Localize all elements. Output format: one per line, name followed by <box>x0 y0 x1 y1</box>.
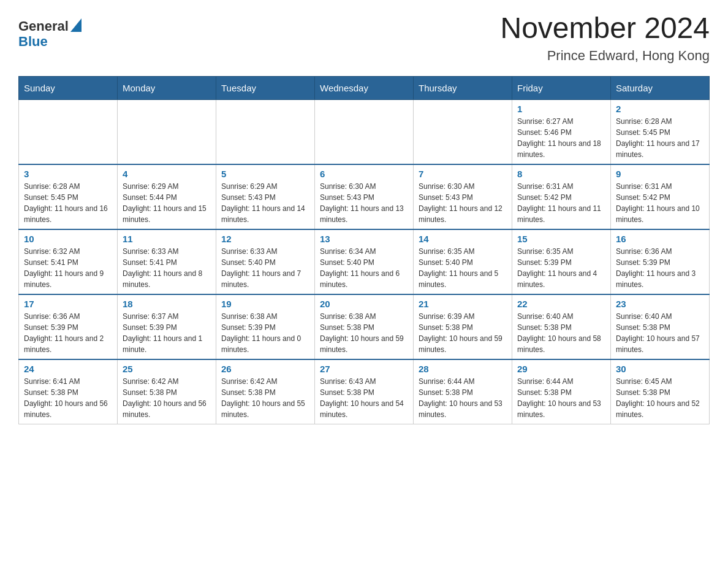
day-info: Sunrise: 6:30 AM Sunset: 5:43 PM Dayligh… <box>320 181 408 225</box>
day-number: 14 <box>419 234 507 244</box>
calendar-row-2: 3Sunrise: 6:28 AM Sunset: 5:45 PM Daylig… <box>19 164 710 229</box>
day-number: 6 <box>320 169 408 179</box>
weekday-header-thursday: Thursday <box>414 76 512 99</box>
weekday-header-saturday: Saturday <box>611 76 710 99</box>
day-info: Sunrise: 6:33 AM Sunset: 5:41 PM Dayligh… <box>123 246 211 290</box>
calendar-cell: 20Sunrise: 6:38 AM Sunset: 5:38 PM Dayli… <box>315 294 414 359</box>
day-info: Sunrise: 6:36 AM Sunset: 5:39 PM Dayligh… <box>24 311 112 355</box>
calendar-cell: 12Sunrise: 6:33 AM Sunset: 5:40 PM Dayli… <box>216 229 315 294</box>
logo-blue: Blue <box>18 34 82 49</box>
calendar-cell <box>19 99 118 164</box>
weekday-header-monday: Monday <box>118 76 216 99</box>
calendar-row-1: 1Sunrise: 6:27 AM Sunset: 5:46 PM Daylig… <box>19 99 710 164</box>
day-number: 29 <box>517 364 605 374</box>
day-number: 26 <box>221 364 309 374</box>
day-info: Sunrise: 6:34 AM Sunset: 5:40 PM Dayligh… <box>320 246 408 290</box>
day-number: 7 <box>419 169 507 179</box>
day-info: Sunrise: 6:42 AM Sunset: 5:38 PM Dayligh… <box>221 376 309 420</box>
day-info: Sunrise: 6:44 AM Sunset: 5:38 PM Dayligh… <box>517 376 605 420</box>
day-number: 11 <box>123 234 211 244</box>
day-number: 20 <box>320 299 408 309</box>
calendar-cell: 10Sunrise: 6:32 AM Sunset: 5:41 PM Dayli… <box>19 229 118 294</box>
subtitle: Prince Edward, Hong Kong <box>500 48 710 64</box>
day-info: Sunrise: 6:29 AM Sunset: 5:43 PM Dayligh… <box>221 181 309 225</box>
day-info: Sunrise: 6:35 AM Sunset: 5:40 PM Dayligh… <box>419 246 507 290</box>
calendar-cell: 18Sunrise: 6:37 AM Sunset: 5:39 PM Dayli… <box>118 294 216 359</box>
calendar-cell: 13Sunrise: 6:34 AM Sunset: 5:40 PM Dayli… <box>315 229 414 294</box>
calendar-cell <box>315 99 414 164</box>
day-number: 9 <box>616 169 704 179</box>
svg-marker-0 <box>70 18 82 32</box>
logo: General Blue <box>18 18 82 49</box>
calendar-cell: 6Sunrise: 6:30 AM Sunset: 5:43 PM Daylig… <box>315 164 414 229</box>
weekday-header-sunday: Sunday <box>19 76 118 99</box>
calendar-cell: 7Sunrise: 6:30 AM Sunset: 5:43 PM Daylig… <box>414 164 512 229</box>
day-info: Sunrise: 6:44 AM Sunset: 5:38 PM Dayligh… <box>419 376 507 420</box>
day-info: Sunrise: 6:38 AM Sunset: 5:38 PM Dayligh… <box>320 311 408 355</box>
title-area: November 2024 Prince Edward, Hong Kong <box>500 12 710 64</box>
calendar-cell: 26Sunrise: 6:42 AM Sunset: 5:38 PM Dayli… <box>216 359 315 424</box>
day-number: 24 <box>24 364 112 374</box>
calendar-cell: 21Sunrise: 6:39 AM Sunset: 5:38 PM Dayli… <box>414 294 512 359</box>
calendar-row-3: 10Sunrise: 6:32 AM Sunset: 5:41 PM Dayli… <box>19 229 710 294</box>
day-number: 1 <box>517 104 605 114</box>
day-info: Sunrise: 6:28 AM Sunset: 5:45 PM Dayligh… <box>24 181 112 225</box>
day-number: 19 <box>221 299 309 309</box>
weekday-header-tuesday: Tuesday <box>216 76 315 99</box>
day-number: 17 <box>24 299 112 309</box>
day-info: Sunrise: 6:41 AM Sunset: 5:38 PM Dayligh… <box>24 376 112 420</box>
day-number: 23 <box>616 299 704 309</box>
day-info: Sunrise: 6:32 AM Sunset: 5:41 PM Dayligh… <box>24 246 112 290</box>
day-info: Sunrise: 6:40 AM Sunset: 5:38 PM Dayligh… <box>517 311 605 355</box>
day-number: 28 <box>419 364 507 374</box>
calendar-cell: 24Sunrise: 6:41 AM Sunset: 5:38 PM Dayli… <box>19 359 118 424</box>
day-number: 4 <box>123 169 211 179</box>
calendar-cell: 15Sunrise: 6:35 AM Sunset: 5:39 PM Dayli… <box>512 229 611 294</box>
day-info: Sunrise: 6:38 AM Sunset: 5:39 PM Dayligh… <box>221 311 309 355</box>
day-info: Sunrise: 6:40 AM Sunset: 5:38 PM Dayligh… <box>616 311 704 355</box>
weekday-header-row: SundayMondayTuesdayWednesdayThursdayFrid… <box>19 76 710 99</box>
day-number: 13 <box>320 234 408 244</box>
calendar-cell: 30Sunrise: 6:45 AM Sunset: 5:38 PM Dayli… <box>611 359 710 424</box>
calendar-cell: 11Sunrise: 6:33 AM Sunset: 5:41 PM Dayli… <box>118 229 216 294</box>
day-number: 5 <box>221 169 309 179</box>
day-number: 21 <box>419 299 507 309</box>
day-number: 10 <box>24 234 112 244</box>
day-info: Sunrise: 6:29 AM Sunset: 5:44 PM Dayligh… <box>123 181 211 225</box>
calendar: SundayMondayTuesdayWednesdayThursdayFrid… <box>18 76 710 424</box>
calendar-row-4: 17Sunrise: 6:36 AM Sunset: 5:39 PM Dayli… <box>19 294 710 359</box>
calendar-cell: 8Sunrise: 6:31 AM Sunset: 5:42 PM Daylig… <box>512 164 611 229</box>
day-info: Sunrise: 6:35 AM Sunset: 5:39 PM Dayligh… <box>517 246 605 290</box>
calendar-cell: 9Sunrise: 6:31 AM Sunset: 5:42 PM Daylig… <box>611 164 710 229</box>
day-number: 30 <box>616 364 704 374</box>
calendar-cell: 2Sunrise: 6:28 AM Sunset: 5:45 PM Daylig… <box>611 99 710 164</box>
day-info: Sunrise: 6:27 AM Sunset: 5:46 PM Dayligh… <box>517 116 605 160</box>
calendar-cell <box>216 99 315 164</box>
day-info: Sunrise: 6:31 AM Sunset: 5:42 PM Dayligh… <box>616 181 704 225</box>
calendar-cell: 14Sunrise: 6:35 AM Sunset: 5:40 PM Dayli… <box>414 229 512 294</box>
header: General Blue November 2024 Prince Edward… <box>18 12 710 64</box>
day-info: Sunrise: 6:30 AM Sunset: 5:43 PM Dayligh… <box>419 181 507 225</box>
day-number: 22 <box>517 299 605 309</box>
day-info: Sunrise: 6:43 AM Sunset: 5:38 PM Dayligh… <box>320 376 408 420</box>
day-info: Sunrise: 6:45 AM Sunset: 5:38 PM Dayligh… <box>616 376 704 420</box>
day-info: Sunrise: 6:31 AM Sunset: 5:42 PM Dayligh… <box>517 181 605 225</box>
calendar-cell: 27Sunrise: 6:43 AM Sunset: 5:38 PM Dayli… <box>315 359 414 424</box>
logo-triangle-icon <box>70 18 82 32</box>
day-number: 27 <box>320 364 408 374</box>
logo-general: General <box>18 19 69 34</box>
day-info: Sunrise: 6:37 AM Sunset: 5:39 PM Dayligh… <box>123 311 211 355</box>
calendar-cell: 4Sunrise: 6:29 AM Sunset: 5:44 PM Daylig… <box>118 164 216 229</box>
weekday-header-friday: Friday <box>512 76 611 99</box>
calendar-cell: 25Sunrise: 6:42 AM Sunset: 5:38 PM Dayli… <box>118 359 216 424</box>
calendar-cell: 22Sunrise: 6:40 AM Sunset: 5:38 PM Dayli… <box>512 294 611 359</box>
calendar-row-5: 24Sunrise: 6:41 AM Sunset: 5:38 PM Dayli… <box>19 359 710 424</box>
day-number: 3 <box>24 169 112 179</box>
day-number: 25 <box>123 364 211 374</box>
calendar-cell: 29Sunrise: 6:44 AM Sunset: 5:38 PM Dayli… <box>512 359 611 424</box>
day-number: 2 <box>616 104 704 114</box>
calendar-cell: 3Sunrise: 6:28 AM Sunset: 5:45 PM Daylig… <box>19 164 118 229</box>
day-number: 15 <box>517 234 605 244</box>
day-number: 16 <box>616 234 704 244</box>
day-info: Sunrise: 6:42 AM Sunset: 5:38 PM Dayligh… <box>123 376 211 420</box>
